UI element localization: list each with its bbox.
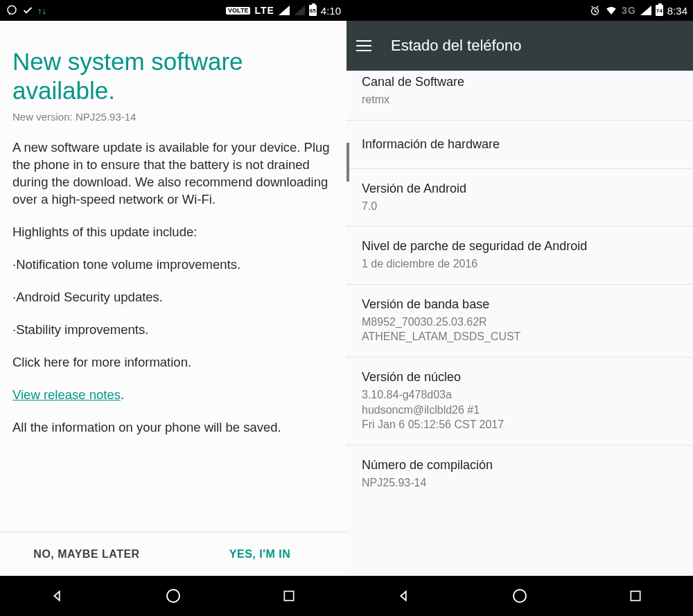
network-label: LTE (254, 5, 274, 16)
svg-rect-2 (284, 591, 293, 600)
setting-build-number[interactable]: Número de compilación NPJ25.93-14 (346, 446, 693, 503)
bullet-3: ·Stability improvements. (12, 322, 334, 339)
svg-rect-5 (631, 591, 640, 600)
update-body: A new software update is available for y… (12, 139, 334, 452)
phone-right: 3G 74 8:34 Estado del teléfono Canal de … (346, 0, 693, 616)
signal-icon (640, 6, 651, 15)
svg-point-4 (514, 590, 526, 602)
recents-button[interactable] (280, 587, 298, 605)
wifi-icon (605, 4, 617, 17)
data-transfer-icon: ↑↓ (37, 6, 46, 16)
dialog-buttons: NO, MAYBE LATER YES, I'M IN (0, 531, 346, 576)
update-version: New version: NPJ25.93-14 (12, 111, 334, 123)
statusbar-right: 3G 74 8:34 (346, 0, 693, 21)
whatsapp-icon (6, 4, 18, 17)
update-dialog: New system software available. New versi… (0, 21, 346, 576)
svg-point-0 (8, 6, 16, 14)
phone-left: ↑↓ VOLTE LTE 65 4:10 New system software… (0, 0, 346, 616)
setting-software-channel[interactable]: Canal de Software retmx (346, 71, 693, 121)
update-title: New system software available. (12, 47, 334, 105)
clock: 4:10 (321, 5, 341, 17)
setting-baseband[interactable]: Versión de banda base M8952_70030.25.03.… (346, 285, 693, 358)
home-button[interactable] (164, 587, 182, 605)
setting-security-patch[interactable]: Nivel de parche de seguridad de Android … (346, 227, 693, 285)
setting-android-version[interactable]: Versión de Android 7.0 (346, 169, 693, 227)
back-button[interactable] (395, 587, 413, 605)
appbar-title: Estado del teléfono (391, 37, 521, 55)
settings-list[interactable]: Canal de Software retmx Información de h… (346, 71, 693, 576)
alarm-icon (589, 5, 601, 17)
more-info-line: Click here for more information. (12, 354, 334, 371)
setting-kernel[interactable]: Versión de núcleo 3.10.84-g478d03a hudso… (346, 358, 693, 446)
highlights-heading: Highlights of this update include: (12, 224, 334, 241)
menu-icon[interactable] (356, 40, 371, 51)
appbar: Estado del teléfono (346, 21, 693, 71)
saved-line: All the information on your phone will b… (12, 419, 334, 437)
setting-hardware-info[interactable]: Información de hardware (346, 121, 693, 169)
bullet-2: ·Android Security updates. (12, 289, 334, 306)
recents-button[interactable] (626, 587, 644, 605)
statusbar-left: ↑↓ VOLTE LTE 65 4:10 (0, 0, 346, 21)
checkmark-icon (22, 5, 33, 16)
bullet-1: ·Notification tone volume improvements. (12, 256, 334, 274)
back-button[interactable] (49, 587, 67, 605)
svg-point-1 (167, 590, 179, 602)
home-button[interactable] (511, 587, 529, 605)
volte-badge: VOLTE (226, 7, 250, 15)
scroll-indicator (346, 143, 349, 182)
release-notes-link[interactable]: View release notes (12, 387, 121, 402)
clock: 8:34 (667, 5, 687, 17)
signal-icon-sim2 (294, 6, 305, 15)
yes-button[interactable]: YES, I'M IN (173, 532, 346, 576)
navbar-right (346, 576, 693, 616)
update-intro: A new software update is available for y… (12, 139, 334, 209)
no-button[interactable]: NO, MAYBE LATER (0, 532, 173, 576)
navbar-left (0, 576, 346, 616)
network-label: 3G (622, 5, 636, 16)
battery-icon: 65 (309, 5, 317, 16)
signal-icon (279, 6, 290, 15)
battery-icon: 74 (656, 5, 663, 16)
